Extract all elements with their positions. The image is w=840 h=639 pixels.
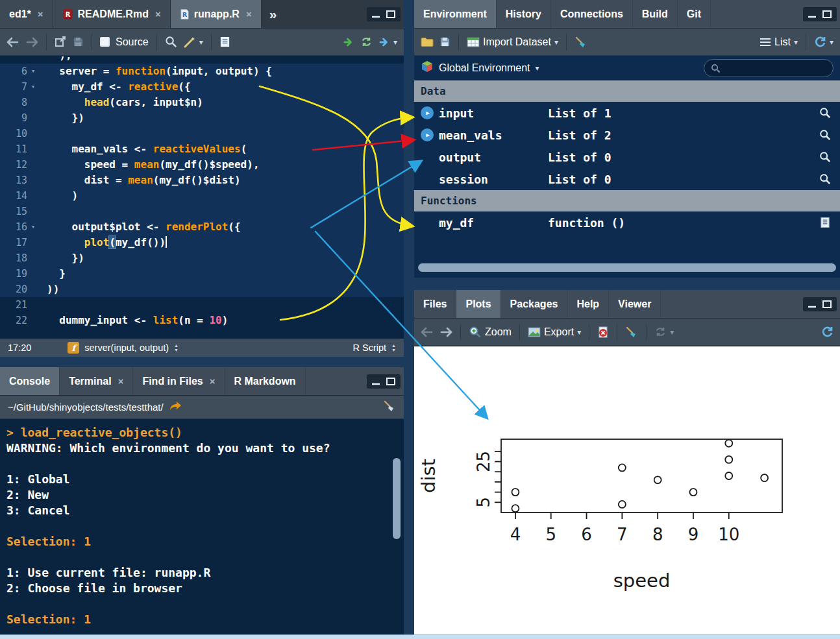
expand-icon[interactable]: ▶	[421, 106, 434, 119]
fold-arrow-icon[interactable]: ▾	[27, 79, 39, 95]
workspace-tab-environment[interactable]: Environment	[414, 0, 497, 28]
back-icon[interactable]	[6, 37, 19, 47]
console-tab-console[interactable]: Console	[0, 367, 60, 395]
export-plot-button[interactable]: Export ▾	[528, 326, 581, 338]
output-tab-files[interactable]: Files	[414, 290, 456, 318]
environment-scope-selector[interactable]: Global Environment	[439, 62, 530, 74]
output-tab-help[interactable]: Help	[567, 290, 609, 318]
code-line-12[interactable]: 12 speed = mean(my_df()$speed),	[0, 157, 404, 173]
env-object-output[interactable]: outputList of 0	[414, 146, 840, 168]
tab-close-icon[interactable]: ×	[118, 376, 124, 387]
code-line-20[interactable]: 20))	[0, 282, 404, 297]
save-icon[interactable]	[73, 36, 84, 47]
tab-label: Viewer	[618, 298, 651, 310]
console-tab-r-markdown[interactable]: R Markdown	[225, 367, 306, 395]
code-line-7[interactable]: 7▾ my_df <- reactive({	[0, 79, 404, 95]
tab-close-icon[interactable]: ×	[210, 376, 216, 387]
clear-all-plots-icon[interactable]	[625, 326, 638, 339]
scope-selector-arrows[interactable]: ▲▼	[174, 344, 179, 352]
code-line-11[interactable]: 11 mean_vals <- reactiveValues(	[0, 141, 404, 157]
fold-arrow-icon[interactable]: ▾	[27, 64, 39, 79]
expand-icon[interactable]: ▶	[421, 128, 434, 141]
clear-environment-icon[interactable]	[574, 36, 587, 49]
load-workspace-icon[interactable]	[421, 36, 434, 47]
code-line-17[interactable]: 17 plot(my_df())	[0, 235, 404, 250]
tab-overflow-icon[interactable]: »	[262, 0, 285, 28]
editor-tab-readme-rmd[interactable]: RREADME.Rmd×	[53, 0, 171, 28]
code-editor[interactable]: ),6▾ server = function(input, output) {7…	[0, 56, 404, 339]
file-type-indicator[interactable]: R Script	[352, 343, 386, 353]
view-source-icon[interactable]	[817, 217, 834, 228]
tab-close-icon[interactable]: ×	[246, 8, 252, 19]
code-tools-wand-icon[interactable]: ▾	[183, 36, 203, 49]
code-line-6[interactable]: 6▾ server = function(input, output) {	[0, 64, 404, 79]
output-tab-viewer[interactable]: Viewer	[609, 290, 661, 318]
goto-directory-icon[interactable]	[169, 401, 182, 413]
console-tab-find-in-files[interactable]: Find in Files×	[133, 367, 225, 395]
refresh-plot-icon[interactable]	[821, 326, 834, 338]
next-plot-icon[interactable]	[439, 327, 452, 337]
code-line-partial[interactable]: ),	[0, 56, 404, 64]
workspace-tab-build[interactable]: Build	[633, 0, 678, 28]
code-line-19[interactable]: 19 }	[0, 266, 404, 282]
env-object-session[interactable]: sessionList of 0	[414, 168, 840, 190]
refresh-environment-icon[interactable]: ▾	[814, 36, 834, 48]
environment-scrollbar[interactable]	[418, 263, 836, 272]
working-directory[interactable]: ~/GitHub/shinyobjects/tests/testthat/	[8, 402, 164, 413]
list-view-button[interactable]: List ▾	[760, 36, 798, 48]
environment-search-box[interactable]	[704, 59, 834, 77]
env-object-mean-vals[interactable]: ▶mean_valsList of 2	[414, 124, 840, 146]
publish-icon[interactable]: ▾	[654, 326, 674, 337]
code-line-21[interactable]: 21	[0, 297, 404, 313]
code-line-13[interactable]: 13 dist = mean(my_df()$dist)	[0, 173, 404, 188]
forward-icon[interactable]	[25, 37, 38, 47]
output-tab-packages[interactable]: Packages	[501, 290, 568, 318]
code-line-8[interactable]: 8 head(cars, input$n)	[0, 95, 404, 110]
tab-close-icon[interactable]: ×	[38, 8, 43, 19]
zoom-plot-button[interactable]: Zoom	[469, 326, 512, 339]
env-object-input[interactable]: ▶inputList of 1	[414, 102, 840, 124]
console-output[interactable]: > load_reactive_objects()WARNING: Which …	[0, 420, 404, 635]
source-script-icon[interactable]: ▾	[378, 36, 397, 48]
rerun-icon[interactable]	[360, 36, 373, 47]
remove-plot-icon[interactable]	[597, 326, 609, 338]
save-workspace-icon[interactable]	[439, 36, 451, 47]
code-line-18[interactable]: 18 })	[0, 250, 404, 266]
workspace-tab-history[interactable]: History	[497, 0, 551, 28]
inspect-icon[interactable]	[817, 129, 834, 141]
clear-console-icon[interactable]	[383, 400, 396, 415]
object-value: List of 0	[548, 151, 811, 164]
output-tab-plots[interactable]: Plots	[456, 290, 500, 318]
code-line-9[interactable]: 9 })	[0, 110, 404, 126]
run-icon[interactable]	[343, 36, 354, 48]
source-on-save-checkbox[interactable]	[100, 37, 110, 47]
code-line-16[interactable]: 16▾ output$plot <- renderPlot({	[0, 219, 404, 235]
environment-search-input[interactable]	[724, 63, 826, 73]
editor-tab-runapp-r[interactable]: Rrunapp.R×	[171, 0, 262, 28]
tab-close-icon[interactable]: ×	[155, 8, 161, 19]
previous-plot-icon[interactable]	[421, 327, 434, 337]
code-line-22[interactable]: 22 dummy_input <- list(n = 10)	[0, 313, 404, 328]
object-name: input	[439, 106, 543, 120]
import-dataset-button[interactable]: Import Dataset ▾	[467, 36, 558, 48]
workspace-tab-connections[interactable]: Connections	[551, 0, 633, 28]
compile-report-icon[interactable]	[219, 36, 230, 47]
editor-tab-ed1[interactable]: ed1*×	[0, 0, 53, 28]
console-tab-terminal[interactable]: Terminal×	[60, 367, 133, 395]
inspect-icon[interactable]	[817, 151, 834, 163]
code-line-15[interactable]: 15	[0, 204, 404, 219]
find-replace-icon[interactable]	[165, 36, 177, 48]
scope-indicator[interactable]: server(input, output)	[84, 343, 169, 353]
code-line-14[interactable]: 14 )	[0, 188, 404, 204]
open-in-new-window-icon[interactable]	[55, 36, 67, 47]
inspect-icon[interactable]	[817, 173, 834, 185]
tab-label: Build	[642, 8, 668, 20]
inspect-icon[interactable]	[817, 107, 834, 119]
file-type-arrows[interactable]: ▲▼	[391, 344, 396, 352]
fold-arrow-icon[interactable]: ▾	[27, 219, 39, 235]
console-scrollbar[interactable]	[393, 458, 401, 539]
workspace-tab-git[interactable]: Git	[678, 0, 711, 28]
code-line-10[interactable]: 10	[0, 126, 404, 141]
plot-canvas[interactable]: 45678910525speeddist	[414, 346, 840, 639]
env-object-my-df[interactable]: my_dffunction ()	[414, 211, 840, 234]
